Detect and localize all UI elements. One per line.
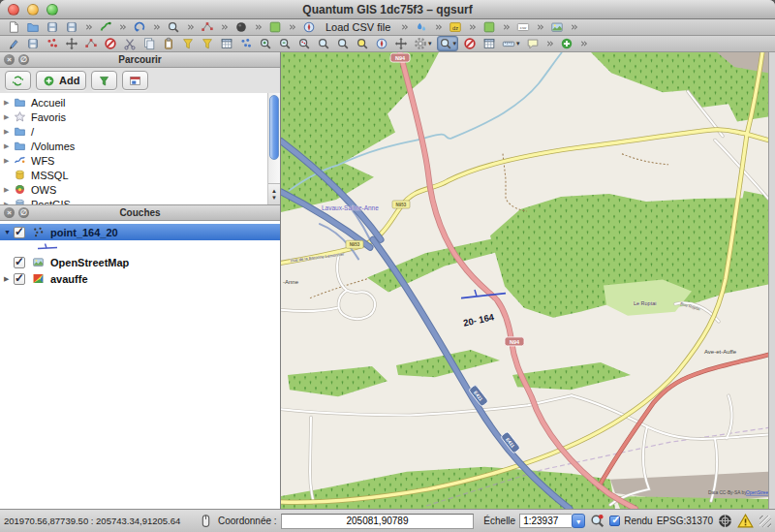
layer-visibility-checkbox[interactable] <box>14 257 25 268</box>
zoom-window-button[interactable] <box>46 4 58 16</box>
zoom-to-layer-icon[interactable]: ▾ <box>316 36 331 51</box>
layer-row-avauffe[interactable]: ▶ avauffe <box>0 270 280 287</box>
openstreetmap-link[interactable]: OpenStreetMap <box>746 490 768 495</box>
expander-icon[interactable]: ▶ <box>4 113 14 121</box>
detach-panel-button[interactable]: ∅ <box>18 207 29 218</box>
raster-tool-icon[interactable]: ▾ <box>267 19 283 35</box>
browser-item-accueil[interactable]: ▶ Accueil <box>0 95 280 110</box>
layer-row-openstreetmap[interactable]: ▶ OpenStreetMap <box>0 254 280 270</box>
zoom-last-icon[interactable]: ▾ <box>335 36 351 51</box>
csv-plugin-icon[interactable]: ▾ <box>515 19 531 35</box>
tree-scrollbar[interactable]: ▲ ▼ <box>267 93 280 204</box>
messages-warning-icon[interactable] <box>737 513 754 529</box>
scale-combo[interactable]: ▼ <box>519 514 585 528</box>
overflow-chevron-icon[interactable]: ▾ <box>433 19 444 35</box>
expander-icon[interactable]: ▶ <box>4 201 14 205</box>
zoom-full-icon[interactable]: ▾ <box>355 36 370 51</box>
zoom-in-icon[interactable]: ▾ <box>258 36 273 51</box>
overflow-chevron-icon[interactable]: ▾ <box>578 36 589 51</box>
mouse-extents-icon[interactable] <box>198 513 214 529</box>
browser-item-mssql[interactable]: ▶ MSSQL <box>0 168 280 182</box>
save-edits-icon[interactable]: ▾ <box>25 36 41 51</box>
overflow-chevron-icon[interactable]: ▾ <box>253 19 264 35</box>
expander-icon[interactable]: ▶ <box>4 186 14 194</box>
coordinate-input[interactable] <box>281 514 475 529</box>
overflow-chevron-icon[interactable]: ▾ <box>467 19 478 35</box>
close-panel-button[interactable]: × <box>4 207 15 218</box>
detach-panel-button[interactable]: ∅ <box>18 54 29 65</box>
expander-icon[interactable]: ▶ <box>4 275 14 283</box>
zoom-mode-active-icon[interactable]: ▾ <box>437 36 459 51</box>
copy-features-icon[interactable]: ▾ <box>141 36 157 51</box>
cut-features-icon[interactable]: ▾ <box>122 36 138 51</box>
overflow-chevron-icon[interactable]: ▾ <box>399 19 410 35</box>
select-by-form-icon[interactable]: ▾ <box>180 36 196 51</box>
grid-tool-icon[interactable]: ▾ <box>481 19 497 35</box>
overflow-chevron-icon[interactable]: ▾ <box>544 36 555 51</box>
expander-icon[interactable]: ▶ <box>4 128 14 136</box>
overflow-chevron-icon[interactable]: ▾ <box>83 19 94 35</box>
scroll-up-icon[interactable]: ▲ <box>271 188 277 195</box>
move-feature-icon[interactable]: ▾ <box>64 36 79 51</box>
paste-features-icon[interactable]: ▾ <box>161 36 176 51</box>
browser-item-postgis[interactable]: ▶ PostGIS <box>0 197 280 204</box>
identify-icon[interactable]: ▾ <box>166 19 181 35</box>
capture-point-icon[interactable]: ▾ <box>45 36 60 51</box>
open-project-icon[interactable]: ▾ <box>25 19 41 35</box>
overflow-chevron-icon[interactable]: ▾ <box>569 19 579 35</box>
delete-selected-icon[interactable]: ▾ <box>103 36 118 51</box>
georeferencer-icon[interactable]: ▾ <box>549 19 565 35</box>
topology-checker-icon[interactable]: ▾ <box>200 19 215 35</box>
properties-button[interactable] <box>122 71 148 90</box>
save-project-as-icon[interactable]: ▾ <box>64 19 79 35</box>
add-layer-icon[interactable]: ▾ <box>559 36 574 51</box>
plugin-manager-icon[interactable]: ▾ <box>98 19 113 35</box>
layer-visibility-checkbox[interactable] <box>14 273 25 285</box>
overflow-chevron-icon[interactable]: ▾ <box>501 19 512 35</box>
close-panel-button[interactable]: × <box>4 54 15 65</box>
stop-rendering-icon[interactable]: ▾ <box>462 36 478 51</box>
resize-grip[interactable] <box>760 516 771 527</box>
expander-icon[interactable]: ▼ <box>4 229 14 235</box>
overflow-chevron-icon[interactable]: ▾ <box>117 19 128 35</box>
map-canvas[interactable]: N94 N94 N953 N953 <box>281 52 768 509</box>
browser-item-volumes[interactable]: ▶ /Volumes <box>0 139 280 153</box>
node-tool-icon[interactable]: ▾ <box>83 36 99 51</box>
load-csv-file-button[interactable]: Load CSV file ▾ <box>321 19 395 35</box>
render-checkbox[interactable] <box>609 516 620 526</box>
scale-dropdown-icon[interactable]: ▼ <box>572 514 585 528</box>
browser-item-favoris[interactable]: ▶ Favoris <box>0 110 280 124</box>
attribute-table-icon[interactable]: ▾ <box>219 36 234 51</box>
browser-item-root[interactable]: ▶ / <box>0 124 280 139</box>
pan-map-icon[interactable]: ▾ <box>393 36 409 51</box>
zoom-to-selection-icon[interactable]: ▾ <box>296 36 312 51</box>
settings-gear-icon[interactable]: ▾ <box>413 36 433 51</box>
deselect-all-icon[interactable]: ▾ <box>200 36 215 51</box>
select-features-icon[interactable]: ▾ <box>238 36 254 51</box>
overflow-chevron-icon[interactable]: ▾ <box>151 19 162 35</box>
browser-item-ows[interactable]: ▶ OWS <box>0 182 280 197</box>
map-navigation-icon[interactable]: ▾ <box>374 36 389 51</box>
overflow-chevron-icon[interactable]: ▾ <box>287 19 297 35</box>
map-tips-icon[interactable]: ▾ <box>525 36 541 51</box>
filter-button[interactable] <box>91 71 117 90</box>
crs-status-icon[interactable] <box>717 513 733 529</box>
dz-tool-icon[interactable]: ▾ <box>448 19 463 35</box>
overflow-chevron-icon[interactable]: ▾ <box>219 19 230 35</box>
layer-visibility-checkbox[interactable] <box>14 227 25 238</box>
water-analysis-icon[interactable]: ▾ <box>414 19 429 35</box>
add-button[interactable]: Add <box>36 71 86 90</box>
interpolation-tool-icon[interactable]: ▾ <box>301 19 317 35</box>
new-project-icon[interactable]: ▾ <box>6 19 21 35</box>
measure-icon[interactable]: ▾ <box>501 36 521 51</box>
expander-icon[interactable]: ▶ <box>4 157 14 165</box>
open-table-icon[interactable]: ▾ <box>481 36 497 51</box>
zoom-out-icon[interactable]: ▾ <box>277 36 293 51</box>
expander-icon[interactable]: ▶ <box>4 99 14 107</box>
scale-input[interactable] <box>519 514 572 528</box>
overflow-chevron-icon[interactable]: ▾ <box>185 19 196 35</box>
scale-magnifier-icon[interactable] <box>589 513 605 529</box>
minimize-window-button[interactable] <box>27 4 39 16</box>
browser-item-wfs[interactable]: ▶ WFS <box>0 153 280 168</box>
scrollbar-thumb[interactable] <box>269 95 279 160</box>
